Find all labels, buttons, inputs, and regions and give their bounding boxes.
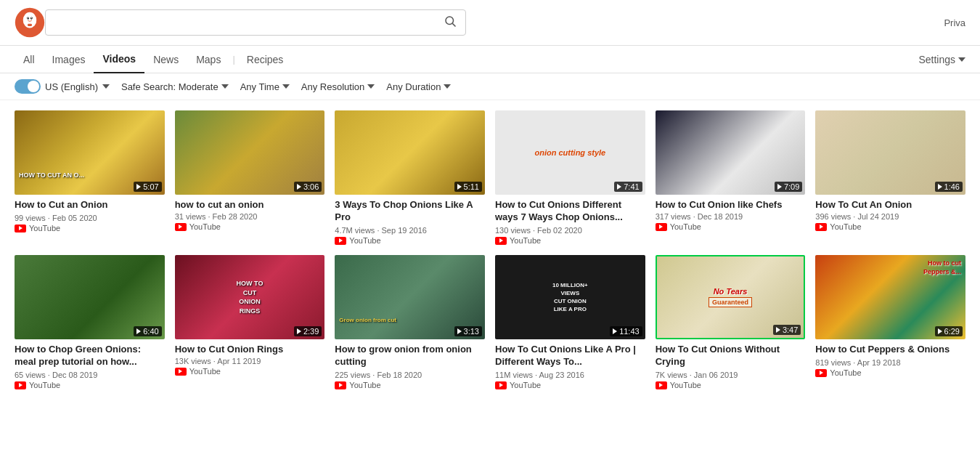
video-duration-badge: 7:41 bbox=[614, 182, 642, 192]
video-meta: 819 views · Apr 19 2018 bbox=[815, 358, 965, 367]
youtube-icon bbox=[15, 381, 26, 389]
video-title: How to Chop Green Onions: meal prep tuto… bbox=[15, 344, 165, 368]
video-meta: 7K views · Jan 06 2019 bbox=[656, 371, 806, 379]
youtube-icon bbox=[175, 223, 187, 231]
video-title: 3 Ways To Chop Onions Like A Pro bbox=[335, 199, 485, 224]
youtube-icon bbox=[335, 237, 346, 245]
source-label: YouTube bbox=[830, 222, 861, 231]
toggle-switch[interactable] bbox=[15, 79, 41, 94]
yt-badge: YouTube bbox=[495, 236, 645, 245]
svg-point-5 bbox=[28, 17, 28, 18]
safe-search-dropdown[interactable]: Safe Search: Moderate bbox=[121, 81, 229, 92]
source-label: YouTube bbox=[670, 222, 701, 231]
yt-badge: YouTube bbox=[335, 381, 485, 389]
video-card[interactable]: No Tears Guaranteed 3:47 How To Cut Onio… bbox=[656, 255, 806, 389]
any-time-dropdown[interactable]: Any Time bbox=[240, 81, 290, 92]
video-meta: 130 views · Feb 02 2020 bbox=[495, 226, 645, 235]
youtube-icon bbox=[495, 381, 507, 389]
yt-badge: YouTube bbox=[15, 381, 165, 389]
video-duration-badge: 3:13 bbox=[454, 326, 482, 336]
nav-item-maps[interactable]: Maps bbox=[187, 46, 229, 73]
video-title: How To Cut Onions Like A Pro | Different… bbox=[495, 344, 645, 368]
video-title: How to Cut Onions Different ways 7 Ways … bbox=[495, 199, 645, 224]
video-thumbnail: 10 MILLION+VIEWSCUT ONIONLIKE A PRO 11:4… bbox=[495, 255, 645, 339]
video-title: How to Cut Peppers & Onions bbox=[815, 344, 965, 356]
svg-point-8 bbox=[32, 17, 36, 23]
video-card[interactable]: 7:09 How to Cut Onion like Chefs 317 vie… bbox=[656, 110, 806, 245]
source-label: YouTube bbox=[349, 236, 380, 245]
svg-rect-9 bbox=[28, 24, 32, 26]
video-thumbnail: 7:09 bbox=[656, 110, 806, 195]
video-card[interactable]: 5:11 3 Ways To Chop Onions Like A Pro 4.… bbox=[335, 110, 485, 245]
video-title: how to cut an onion bbox=[175, 199, 325, 210]
settings-button[interactable]: Settings bbox=[918, 54, 965, 65]
video-duration-badge: 5:11 bbox=[454, 182, 482, 192]
video-duration-badge: 11:43 bbox=[610, 326, 642, 336]
source-label: YouTube bbox=[670, 381, 701, 389]
video-card[interactable]: How to cutPeppers &... 6:29 How to Cut P… bbox=[815, 255, 965, 389]
video-meta: 13K views · Apr 11 2019 bbox=[175, 357, 325, 365]
video-thumbnail: Grow onion from cut 3:13 bbox=[335, 255, 485, 339]
video-duration-badge: 3:06 bbox=[294, 182, 322, 192]
youtube-icon bbox=[15, 225, 26, 232]
video-meta: 225 views · Feb 18 2020 bbox=[335, 371, 485, 379]
settings-label: Settings bbox=[918, 54, 955, 65]
nav-item-all[interactable]: All bbox=[15, 46, 44, 73]
video-card[interactable]: 1:46 How To Cut An Onion 396 views · Jul… bbox=[815, 110, 965, 245]
svg-point-7 bbox=[23, 17, 28, 23]
source-label: YouTube bbox=[510, 236, 541, 245]
locale-label: US (English) bbox=[45, 81, 98, 92]
video-meta: 99 views · Feb 05 2020 bbox=[15, 214, 165, 222]
video-grid: HOW TO CUT AN O... 5:07 How to Cut an On… bbox=[0, 100, 980, 400]
toggle-locale[interactable]: US (English) bbox=[15, 79, 110, 94]
yt-badge: YouTube bbox=[15, 224, 165, 232]
privacy-link[interactable]: Priva bbox=[944, 17, 965, 28]
search-bar[interactable]: how to cut onions bbox=[45, 9, 466, 36]
yt-badge: YouTube bbox=[175, 222, 325, 231]
video-card[interactable]: 3:06 how to cut an onion 31 views · Feb … bbox=[175, 110, 325, 245]
youtube-icon bbox=[335, 381, 346, 389]
nav-item-recipes[interactable]: Recipes bbox=[238, 46, 293, 73]
source-label: YouTube bbox=[29, 381, 60, 389]
yt-badge: YouTube bbox=[815, 368, 965, 377]
video-title: How to Cut Onion Rings bbox=[175, 344, 325, 355]
nav-item-images[interactable]: Images bbox=[44, 46, 94, 73]
video-meta: 31 views · Feb 28 2020 bbox=[175, 212, 325, 221]
video-card[interactable]: 6:40 How to Chop Green Onions: meal prep… bbox=[15, 255, 165, 389]
video-card[interactable]: HOW TO CUT AN O... 5:07 How to Cut an On… bbox=[15, 110, 165, 245]
header: how to cut onions Priva bbox=[0, 0, 980, 46]
youtube-icon bbox=[815, 369, 827, 377]
any-resolution-dropdown[interactable]: Any Resolution bbox=[301, 81, 375, 92]
video-duration-badge: 6:40 bbox=[134, 326, 161, 336]
nav-item-videos[interactable]: Videos bbox=[94, 46, 144, 73]
any-time-label: Any Time bbox=[240, 81, 279, 92]
search-button[interactable] bbox=[444, 15, 457, 31]
source-label: YouTube bbox=[29, 224, 60, 232]
youtube-icon bbox=[656, 381, 667, 389]
yt-badge: YouTube bbox=[656, 381, 806, 389]
video-card[interactable]: onion cutting style 7:41 How to Cut Onio… bbox=[495, 110, 645, 245]
logo bbox=[15, 7, 45, 38]
video-thumbnail: 1:46 bbox=[815, 110, 965, 195]
video-title: How to grow onion from onion cutting bbox=[335, 344, 485, 368]
yt-badge: YouTube bbox=[175, 367, 325, 376]
youtube-icon bbox=[175, 368, 187, 376]
svg-point-6 bbox=[31, 17, 32, 18]
youtube-icon bbox=[656, 223, 667, 231]
any-duration-dropdown[interactable]: Any Duration bbox=[386, 81, 451, 92]
video-duration-badge: 7:09 bbox=[775, 182, 802, 192]
search-input[interactable]: how to cut onions bbox=[54, 16, 444, 29]
safe-search-label: Safe Search: Moderate bbox=[121, 81, 219, 92]
video-card[interactable]: HOW TOCUTONIONRINGS 2:39 How to Cut Onio… bbox=[175, 255, 325, 389]
video-card[interactable]: 10 MILLION+VIEWSCUT ONIONLIKE A PRO 11:4… bbox=[495, 255, 645, 389]
video-meta: 65 views · Dec 08 2019 bbox=[15, 371, 165, 379]
video-card[interactable]: Grow onion from cut 3:13 How to grow oni… bbox=[335, 255, 485, 389]
video-thumbnail: HOW TO CUT AN O... 5:07 bbox=[15, 110, 165, 195]
video-title: How To Cut Onions Without Crying bbox=[656, 344, 806, 368]
any-resolution-label: Any Resolution bbox=[301, 81, 364, 92]
youtube-icon bbox=[495, 237, 507, 245]
video-thumbnail: HOW TOCUTONIONRINGS 2:39 bbox=[175, 255, 325, 339]
video-meta: 396 views · Jul 24 2019 bbox=[815, 212, 965, 221]
video-thumbnail: How to cutPeppers &... 6:29 bbox=[815, 255, 965, 339]
nav-item-news[interactable]: News bbox=[144, 46, 187, 73]
